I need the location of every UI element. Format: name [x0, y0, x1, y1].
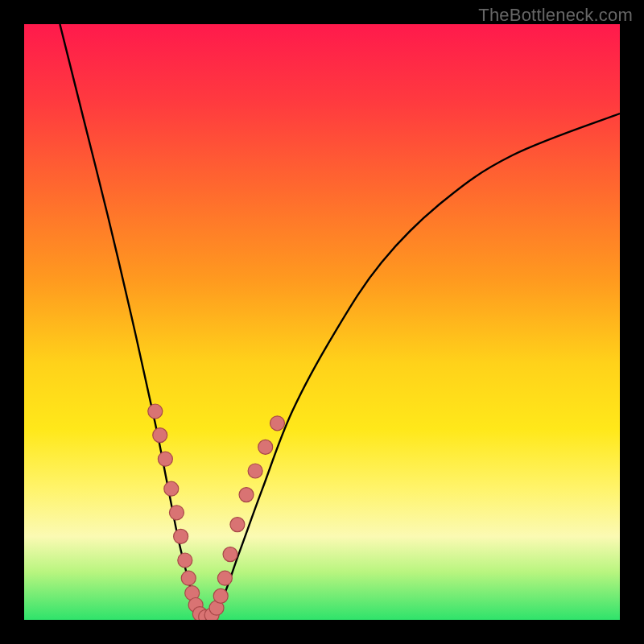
- bead-marker: [239, 488, 254, 502]
- marker-group: [148, 404, 285, 620]
- bead-marker: [223, 547, 237, 562]
- bead-marker: [174, 529, 188, 543]
- bead-marker: [181, 571, 196, 585]
- bead-marker: [270, 416, 285, 431]
- bead-marker: [153, 428, 167, 443]
- bead-marker: [164, 481, 179, 496]
- bead-marker: [230, 518, 245, 532]
- bead-marker: [169, 506, 184, 520]
- curve-group: [60, 24, 620, 620]
- watermark-text: TheBottleneck.com: [478, 5, 633, 26]
- bead-marker: [217, 571, 232, 585]
- plot-area: [24, 24, 620, 620]
- curve-right-branch: [203, 114, 620, 620]
- bead-marker: [258, 440, 273, 454]
- chart-svg: [24, 24, 620, 620]
- bead-marker: [213, 588, 228, 603]
- chart-frame: TheBottleneck.com: [0, 0, 644, 644]
- bead-marker: [158, 452, 172, 466]
- bead-marker: [248, 464, 262, 478]
- bead-marker: [178, 553, 192, 568]
- bead-marker: [148, 404, 163, 419]
